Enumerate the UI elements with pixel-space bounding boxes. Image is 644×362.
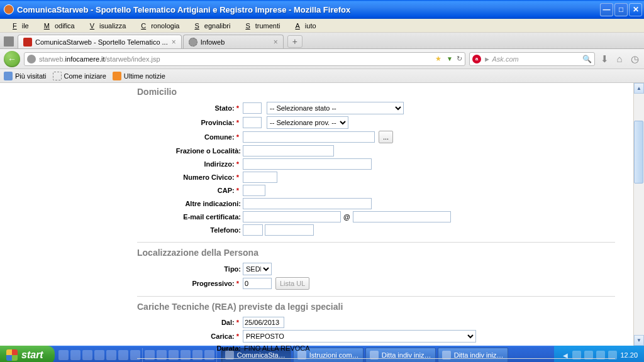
input-provincia-code[interactable]: [243, 117, 262, 128]
menu-tools[interactable]: Strumenti: [235, 21, 285, 31]
left-column: [0, 83, 137, 346]
label-indirizzo: Indirizzo: *: [137, 160, 243, 168]
menu-file[interactable]: File: [3, 21, 34, 31]
input-dal[interactable]: [243, 317, 284, 328]
window-title: ComunicaStarweb - Sportello Telematico A…: [17, 5, 600, 14]
label-telefono: Telefono:: [137, 226, 243, 234]
bookmarks-bar: Più visitati Come iniziare Ultime notizi…: [0, 69, 644, 83]
select-provincia[interactable]: -- Selezionare prov. --: [267, 116, 348, 129]
home-icon[interactable]: ⌂: [614, 53, 625, 65]
button-listaul: Lista UL: [275, 277, 309, 290]
label-email: E-mail certificata:: [137, 213, 243, 221]
download-icon[interactable]: ⬇: [599, 53, 610, 65]
ql-icon[interactable]: [106, 350, 116, 360]
menubar: File Modifica Visualizza Cronologia Segn…: [0, 19, 644, 33]
close-button[interactable]: ✕: [629, 3, 642, 16]
input-civico[interactable]: [243, 172, 277, 183]
ask-icon: a: [472, 55, 481, 63]
print-icon[interactable]: [4, 36, 14, 47]
ql-icon[interactable]: [118, 350, 128, 360]
input-email-user[interactable]: [243, 211, 341, 222]
bookmark-ultimenotizie[interactable]: Ultime notizie: [113, 72, 165, 80]
label-civico: Numero Civico: *: [137, 173, 243, 181]
search-icon[interactable]: 🔍: [582, 55, 592, 63]
folder-icon: [4, 72, 13, 80]
scroll-thumb[interactable]: [634, 121, 643, 184]
menu-edit[interactable]: Modifica: [34, 21, 80, 31]
label-altre: Altre indicazioni:: [137, 200, 243, 207]
tab-infoweb[interactable]: Infoweb ×: [183, 35, 284, 48]
clock-icon[interactable]: ◷: [629, 53, 640, 65]
input-email-domain[interactable]: [353, 211, 451, 222]
input-progressivo[interactable]: [243, 278, 272, 289]
rss-icon: [113, 72, 121, 80]
scroll-up-button[interactable]: ▲: [634, 83, 644, 94]
scroll-down-button[interactable]: ▼: [634, 335, 644, 346]
tab-close-icon[interactable]: ×: [274, 38, 278, 47]
input-indirizzo[interactable]: [243, 158, 372, 170]
label-stato: Stato: *: [137, 104, 243, 112]
dropdown-icon[interactable]: ▼: [447, 55, 453, 62]
menu-history[interactable]: Cronologia: [131, 21, 184, 31]
tabbar: ComunicaStarweb - Sportello Telematico .…: [0, 33, 644, 49]
tab-icon: [189, 38, 197, 47]
divider: [137, 242, 615, 243]
main-form: Domicilio Stato: * -- Selezionare stato …: [137, 83, 633, 346]
label-dal: Dal: *: [137, 319, 243, 326]
label-durata: Durata:: [137, 344, 243, 352]
bookmark-mostvisited[interactable]: Più visitati: [4, 72, 47, 80]
menu-view[interactable]: Visualizza: [80, 21, 131, 31]
clock[interactable]: 12.20: [620, 351, 638, 359]
section-domicilio: Domicilio: [137, 87, 633, 97]
section-cariche: Cariche Tecniche (REA) previste da leggi…: [137, 302, 633, 312]
label-cap: CAP: *: [137, 187, 243, 194]
label-comune: Comune: *: [137, 133, 243, 141]
search-bar[interactable]: a ► Ask.com 🔍: [469, 52, 595, 66]
back-button[interactable]: ←: [4, 51, 20, 67]
value-durata: FINO ALLA REVOCA: [243, 344, 310, 352]
ql-icon[interactable]: [70, 350, 80, 360]
select-stato[interactable]: -- Selezionare stato --: [267, 102, 404, 114]
navbar: ← starweb.infocamere.it/starweb/index.js…: [0, 49, 644, 69]
menu-help[interactable]: Aiuto: [286, 21, 321, 31]
minimize-button[interactable]: —: [600, 3, 613, 16]
input-tel-number[interactable]: [265, 224, 314, 236]
ql-icon[interactable]: [58, 350, 69, 360]
tab-comunicastarweb[interactable]: ComunicaStarweb - Sportello Telematico .…: [18, 35, 182, 48]
url-text: starweb.infocamere.it/starweb/index.jsp: [39, 55, 435, 63]
bookmark-comeiniziare[interactable]: Come iniziare: [53, 72, 106, 80]
scrollbar[interactable]: ▲ ▼: [633, 83, 644, 346]
menu-bookmarks[interactable]: Segnalibri: [184, 21, 235, 31]
button-comune-lookup[interactable]: ...: [379, 131, 393, 143]
divider: [137, 296, 615, 297]
input-frazione[interactable]: [243, 145, 334, 156]
page-icon: [53, 72, 62, 80]
select-tipo[interactable]: SEDE: [243, 263, 272, 275]
reload-icon[interactable]: ↻: [457, 55, 462, 63]
new-tab-button[interactable]: +: [287, 35, 303, 48]
url-bar[interactable]: starweb.infocamere.it/starweb/index.jsp …: [24, 52, 465, 66]
maximize-button[interactable]: □: [614, 3, 628, 16]
tab-icon: [23, 38, 32, 47]
label-provincia: Provincia: *: [137, 119, 243, 126]
input-cap[interactable]: [243, 185, 265, 196]
content-area: Domicilio Stato: * -- Selezionare stato …: [0, 83, 644, 346]
window-titlebar: ComunicaStarweb - Sportello Telematico A…: [0, 0, 644, 19]
tray-expand-icon[interactable]: ◀: [563, 352, 568, 359]
input-stato-code[interactable]: [243, 102, 262, 114]
ql-icon[interactable]: [82, 350, 92, 360]
divider: [137, 358, 615, 359]
ql-icon[interactable]: [94, 350, 104, 360]
windows-logo-icon: [6, 349, 18, 361]
select-carica[interactable]: PREPOSTO: [243, 330, 476, 343]
input-comune[interactable]: [243, 131, 375, 143]
section-localizzazione: Localizzazione della Persona: [137, 248, 633, 258]
input-altre[interactable]: [243, 198, 372, 209]
label-progressivo: Progressivo: *: [137, 280, 243, 287]
firefox-icon: [4, 4, 14, 14]
label-tipo: Tipo:: [137, 265, 243, 273]
tab-close-icon[interactable]: ×: [172, 38, 176, 47]
input-tel-prefix[interactable]: [243, 224, 263, 236]
bookmark-star-icon[interactable]: ★: [435, 55, 444, 63]
start-button[interactable]: start: [0, 346, 55, 362]
